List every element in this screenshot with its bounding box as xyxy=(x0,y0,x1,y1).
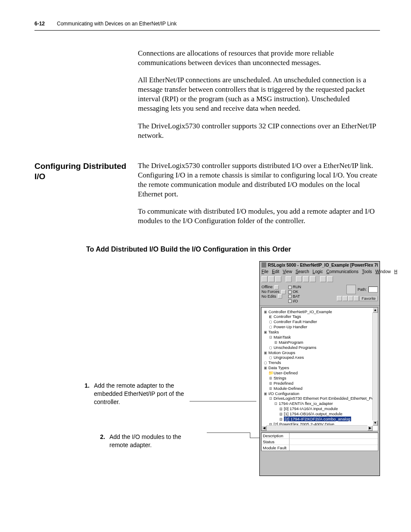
path-label: Path: xyxy=(358,287,367,292)
toolbar-button[interactable] xyxy=(320,276,326,282)
tree-node[interactable]: ▣Tasks xyxy=(263,330,377,335)
menu-view[interactable]: View xyxy=(283,269,292,274)
tree-node-label: [2] 1794-IF2XOF2I/A combo_analog xyxy=(284,417,351,421)
tree-node[interactable]: ⊟DriveLogix5730 Ethernet Port Embedded_E… xyxy=(263,396,377,401)
section-body: The DriveLogix5730 controller supports d… xyxy=(138,161,380,234)
tree-node[interactable]: 📁User-Defined xyxy=(263,370,377,376)
favorites-tab[interactable]: Favorite xyxy=(359,296,378,301)
tree-node[interactable]: ▢Trends xyxy=(263,360,377,365)
tree-node-label: DriveLogix5730 Ethernet Port Embedded_Et… xyxy=(274,396,377,401)
status-dropdown[interactable] xyxy=(281,290,286,294)
page-number: 6-12 xyxy=(34,21,45,27)
tree-node-label: MainTask xyxy=(274,335,291,339)
menu-window[interactable]: Window xyxy=(375,269,391,274)
nav-button[interactable] xyxy=(354,296,359,301)
tree-node[interactable]: ▤[1] 1794-OB16/A output_module xyxy=(263,411,377,417)
tree-node[interactable]: ▢Power-Up Handler xyxy=(263,324,377,330)
nav-button[interactable] xyxy=(348,296,353,301)
menu-communications[interactable]: Communications xyxy=(326,269,358,274)
path-and-nav: Path: Favorite xyxy=(337,285,378,301)
toolbar-button[interactable] xyxy=(296,276,302,282)
tree-pane[interactable]: ▲ ▼ ◀ ▶ ▣Controller EtherNetIP_IO_Exampl… xyxy=(261,307,378,431)
menu-file[interactable]: File xyxy=(262,269,268,274)
tree-node-label: Ungrouped Axes xyxy=(274,355,304,360)
menu-edit[interactable]: Edit xyxy=(272,269,279,274)
scroll-right-icon[interactable]: ▶ xyxy=(367,426,373,431)
property-row: Description xyxy=(262,433,378,439)
status-offline: Offline xyxy=(262,285,273,289)
tree-node-label: User-Defined xyxy=(274,370,298,375)
toolbar-button[interactable] xyxy=(327,276,333,282)
led-icon xyxy=(288,286,292,289)
network-icon[interactable] xyxy=(346,285,356,294)
tree-glyph-icon: ▢ xyxy=(268,345,273,350)
tree-node[interactable]: ▢Controller Fault Handler xyxy=(263,319,377,324)
tree-node[interactable]: ⊟1794-AENT/A flex_io_adapter xyxy=(263,401,377,406)
toolbar-button[interactable] xyxy=(310,276,316,282)
leader-line xyxy=(207,432,250,433)
led-run: RUN xyxy=(293,285,302,289)
nav-button[interactable] xyxy=(337,296,342,301)
status-noedits: No Edits xyxy=(262,294,276,299)
led-bat: BAT xyxy=(293,294,300,299)
tree-node-label: 1794-AENT/A flex_io_adapter xyxy=(279,401,333,406)
tree-node[interactable]: ▤[0] 1794-IA16/A input_module xyxy=(263,406,377,411)
tree-node[interactable]: ▢Ungrouped Axes xyxy=(263,355,377,360)
tree-glyph-icon: ▢ xyxy=(263,360,268,365)
tree-node[interactable]: ▢Unscheduled Programs xyxy=(263,345,377,350)
steps-column: 1. Add the remote adapter to the embedde… xyxy=(34,261,259,476)
tree-node-label: Strings xyxy=(274,376,286,380)
property-key: Description xyxy=(262,433,290,439)
property-key: Module Fault xyxy=(262,445,290,451)
header-rule xyxy=(34,30,380,31)
page: 6-12 Communicating with Devices on an Et… xyxy=(0,0,411,502)
property-key: Status xyxy=(262,439,290,445)
tree-node-label: Trends xyxy=(268,360,281,365)
scroll-down-icon[interactable]: ▼ xyxy=(373,420,378,426)
tree-node[interactable]: ▤[2] 1794-IF2XOF2I/A combo_analog xyxy=(263,417,377,422)
toolbar-button[interactable] xyxy=(262,276,268,282)
scroll-left-icon[interactable]: ◀ xyxy=(262,426,267,431)
menu-tools[interactable]: Tools xyxy=(362,269,372,274)
tree-node-label: Data Types xyxy=(268,365,289,370)
toolbar-button[interactable] xyxy=(303,276,309,282)
rslogix-window: RSLogix 5000 - EtherNetIP_IO_Example [Po… xyxy=(259,261,380,476)
toolbar-button[interactable] xyxy=(268,276,274,282)
tree-glyph-icon: ⊟ xyxy=(268,335,273,340)
property-value xyxy=(290,433,378,439)
tree-node[interactable]: ▣Controller EtherNetIP_IO_Example xyxy=(263,309,377,314)
tree-glyph-icon: ▢ xyxy=(268,319,273,324)
tree-glyph-icon: ▤ xyxy=(279,411,283,417)
tree-node[interactable]: ◧Controller Tags xyxy=(263,314,377,319)
tree-node[interactable]: ⊞MainProgram xyxy=(263,340,377,345)
tree-node[interactable]: ⊞Strings xyxy=(263,376,377,381)
titlebar[interactable]: RSLogix 5000 - EtherNetIP_IO_Example [Po… xyxy=(260,261,380,268)
menu-logic[interactable]: Logic xyxy=(313,269,323,274)
toolbar-button[interactable] xyxy=(275,276,281,282)
intro-paragraph: Connections are allocations of resources… xyxy=(138,49,380,68)
tree-node[interactable]: ⊞Predefined xyxy=(263,381,377,386)
tree-glyph-icon: ▣ xyxy=(263,391,268,396)
nav-button[interactable] xyxy=(342,296,348,301)
scroll-up-icon[interactable]: ▲ xyxy=(373,308,378,313)
tree-node-label: Tasks xyxy=(268,330,279,334)
path-input[interactable] xyxy=(368,286,378,292)
menu-search[interactable]: Search xyxy=(296,269,309,274)
tree-node[interactable]: ▣Data Types xyxy=(263,365,377,370)
leader-line xyxy=(250,438,260,438)
tree-glyph-icon: ⊞ xyxy=(268,381,273,386)
status-dropdown[interactable] xyxy=(274,285,279,289)
tree-node[interactable]: ▣Motion Groups xyxy=(263,350,377,355)
toolbar-button[interactable] xyxy=(286,276,292,282)
menu-help[interactable]: H xyxy=(394,269,397,274)
led-icon xyxy=(288,299,292,303)
leader-line xyxy=(190,401,256,401)
status-dropdown[interactable] xyxy=(278,294,282,299)
tree-glyph-icon: ▢ xyxy=(268,355,273,360)
tree-node[interactable]: ▣I/O Configuration xyxy=(263,391,377,396)
tree-node[interactable]: ⊞Module-Defined xyxy=(263,386,377,391)
tree-node[interactable]: ⊟MainTask xyxy=(263,335,377,340)
scrollbar-horizontal[interactable] xyxy=(267,425,367,431)
tree-node-label: Controller EtherNetIP_IO_Example xyxy=(268,309,332,314)
scrollbar-vertical[interactable] xyxy=(372,313,378,420)
